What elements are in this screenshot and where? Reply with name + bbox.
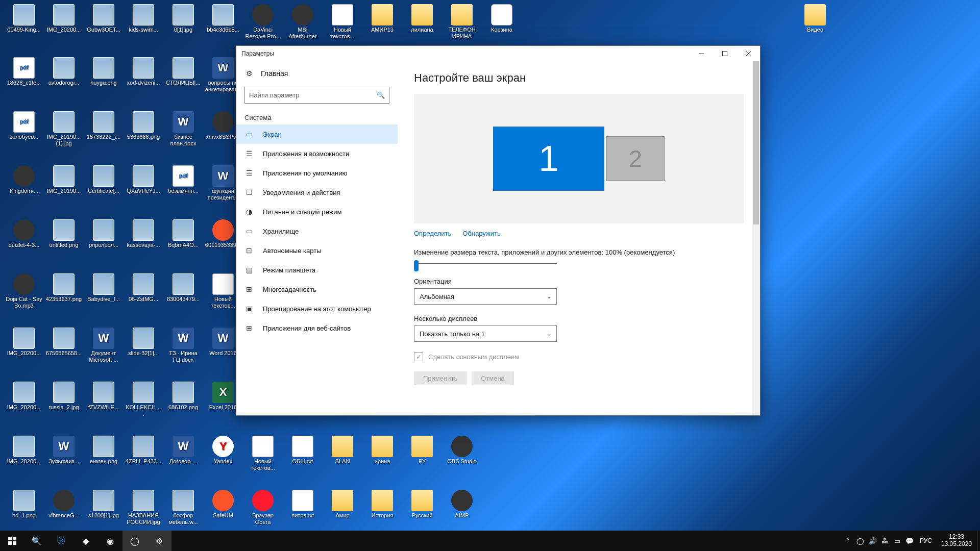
search-input[interactable]: Найти параметр 🔍	[244, 87, 389, 104]
close-button[interactable]	[737, 46, 760, 61]
desktop-icon[interactable]: IMG_20190...	[45, 165, 83, 194]
scrollbar[interactable]	[752, 61, 760, 415]
tray-action-center-icon[interactable]: 💬	[903, 537, 916, 545]
desktop-icon[interactable]: 5363666.png	[125, 111, 162, 140]
multi-display-select[interactable]: Показать только на 1 ⌄	[414, 325, 557, 342]
orientation-select[interactable]: Альбомная ⌄	[414, 288, 557, 305]
desktop-icon[interactable]: OBS Studio	[443, 436, 481, 465]
desktop-icon[interactable]: SLAN	[324, 436, 361, 465]
desktop-icon[interactable]: 6756865658...	[45, 328, 83, 357]
desktop-icon[interactable]: WЗульфаиз...	[45, 436, 83, 465]
desktop-icon[interactable]: ОБЩ.txt	[284, 436, 322, 465]
minimize-button[interactable]	[690, 46, 713, 61]
desktop-icon[interactable]: Certificate[...	[85, 165, 122, 194]
desktop-icon[interactable]: 06-ZstMG...	[125, 273, 162, 303]
desktop-icon[interactable]: kids-swim...	[125, 4, 162, 33]
maximize-button[interactable]	[713, 46, 737, 61]
sidebar-item[interactable]: ☰Приложения по умолчанию	[236, 163, 398, 183]
desktop-icon[interactable]: WДоговор-...	[164, 436, 202, 465]
taskbar-settings[interactable]: ⚙	[147, 531, 172, 551]
titlebar[interactable]: Параметры	[236, 46, 760, 61]
desktop-icon[interactable]: Видео	[796, 4, 834, 33]
desktop-icon[interactable]: s1200[1].jpg	[85, 490, 122, 519]
desktop-icon[interactable]: QXaVHeYJ...	[125, 165, 162, 194]
tray-clock[interactable]: 12:33 13.05.2020	[936, 534, 977, 548]
sidebar-item[interactable]: ⊞Многозадачность	[236, 280, 398, 299]
desktop-icon[interactable]: Русский	[403, 490, 441, 519]
desktop-icon[interactable]: 00499-King...	[5, 4, 43, 33]
desktop-icon[interactable]: Babydive_I...	[85, 273, 122, 303]
show-desktop-button[interactable]	[977, 531, 980, 551]
desktop-icon[interactable]: босфор мебель.w...	[164, 490, 202, 525]
desktop-icon[interactable]: AIMP	[443, 490, 481, 519]
desktop-icon[interactable]: 18738222_i...	[85, 111, 122, 140]
tray-steam-icon[interactable]: ◯	[854, 537, 867, 545]
desktop-icon[interactable]: BqbmA4O...	[164, 219, 202, 248]
desktop-icon[interactable]: IMG_20200...	[5, 436, 43, 465]
tray-defender-icon[interactable]: ▭	[891, 537, 903, 545]
desktop-icon[interactable]: kassovaya-...	[125, 219, 162, 248]
desktop-icon[interactable]: IMG_20200...	[45, 4, 83, 33]
taskbar-edge[interactable]: ⓔ	[49, 531, 74, 551]
desktop-icon[interactable]: YYandex	[204, 436, 242, 465]
desktop-icon[interactable]: История	[363, 490, 401, 519]
start-button[interactable]	[0, 531, 24, 551]
desktop-icon[interactable]: huygu.png	[85, 57, 122, 86]
link-identify[interactable]: Определить	[414, 230, 451, 237]
desktop-icon[interactable]: quizlet-4-3...	[5, 219, 43, 248]
desktop-icon[interactable]: РУ	[403, 436, 441, 465]
sidebar-item[interactable]: ⊞Приложения для веб-сайтов	[236, 318, 398, 338]
sidebar-item[interactable]: ▣Проецирование на этот компьютер	[236, 299, 398, 318]
taskbar-bluestacks[interactable]: ◆	[74, 531, 98, 551]
tray-network-icon[interactable]: 🖧	[879, 537, 891, 545]
desktop-icon[interactable]: ТЕЛЕФОН ИРИНА	[443, 4, 481, 40]
sidebar-item[interactable]: ⊡Автономные карты	[236, 241, 398, 260]
monitor-2[interactable]: 2	[606, 136, 665, 181]
desktop-icon[interactable]: untitled.png	[45, 219, 83, 248]
scale-slider[interactable]	[414, 259, 557, 267]
nav-home[interactable]: ⚙ Главная	[236, 64, 398, 83]
desktop-icon[interactable]: СТОЛИЦЫ|...	[164, 57, 202, 86]
desktop-icon[interactable]: Kingdom-...	[5, 165, 43, 194]
tray-volume-icon[interactable]: 🔊	[867, 537, 879, 545]
desktop-icon[interactable]: Doja Cat - Say So.mp3	[5, 273, 43, 309]
desktop-icon[interactable]: Gubw3OET...	[85, 4, 122, 33]
sidebar-item[interactable]: ☐Уведомления и действия	[236, 183, 398, 202]
desktop-icon[interactable]: bb4c3d6b5...	[204, 4, 242, 33]
desktop-icon[interactable]: енкген.png	[85, 436, 122, 465]
desktop-icon[interactable]: Браузер Opera	[244, 490, 282, 525]
desktop-icon[interactable]: IMG_20200...	[5, 328, 43, 357]
desktop-icon[interactable]: xod-dvizeni...	[125, 57, 162, 86]
desktop-icon[interactable]: лилиана	[403, 4, 441, 33]
desktop-icon[interactable]: russia_2.jpg	[45, 382, 83, 411]
sidebar-item[interactable]: ▤Режим планшета	[236, 260, 398, 280]
desktop-icon[interactable]: Новый текстов...	[244, 436, 282, 471]
desktop-icon[interactable]: 830043479...	[164, 273, 202, 303]
desktop-icon[interactable]: 0[1].jpg	[164, 4, 202, 33]
desktop-icon[interactable]: 42353637.png	[45, 273, 83, 303]
desktop-icon[interactable]: волобуев...	[5, 111, 43, 140]
desktop-icon[interactable]: IMG_20190... (1).jpg	[45, 111, 83, 147]
desktop-icon[interactable]: безымянн...	[164, 165, 202, 194]
desktop-icon[interactable]: SafeUM	[204, 490, 242, 519]
desktop-icon[interactable]: 686102.png	[164, 382, 202, 411]
desktop-icon[interactable]: hd_1.png	[5, 490, 43, 519]
desktop-icon[interactable]: WДокумент Microsoft ...	[85, 328, 122, 363]
sidebar-item[interactable]: ▭Хранилище	[236, 221, 398, 241]
desktop-icon[interactable]: slide-32[1]...	[125, 328, 162, 357]
desktop-icon[interactable]: vibranceG...	[45, 490, 83, 519]
taskbar-search[interactable]: 🔍	[24, 531, 49, 551]
desktop-icon[interactable]: АМИР13	[363, 4, 401, 33]
desktop-icon[interactable]: IMG_20200...	[5, 382, 43, 411]
desktop-icon[interactable]: Амир	[324, 490, 361, 519]
desktop-icon[interactable]: Корзина	[483, 4, 521, 33]
monitor-1[interactable]: 1	[493, 127, 604, 191]
desktop-icon[interactable]: WТЗ - Ирина ГЦ.docx	[164, 328, 202, 363]
tray-language[interactable]: РУС	[916, 537, 936, 544]
desktop-icon[interactable]: ирина	[363, 436, 401, 465]
sidebar-item[interactable]: ☰Приложения и возможности	[236, 144, 398, 163]
link-detect[interactable]: Обнаружить	[462, 230, 500, 237]
desktop-icon[interactable]: 4ZPLf_P433...	[125, 436, 162, 465]
display-arranger[interactable]: 1 2	[414, 94, 744, 223]
desktop-icon[interactable]: литра.txt	[284, 490, 322, 519]
